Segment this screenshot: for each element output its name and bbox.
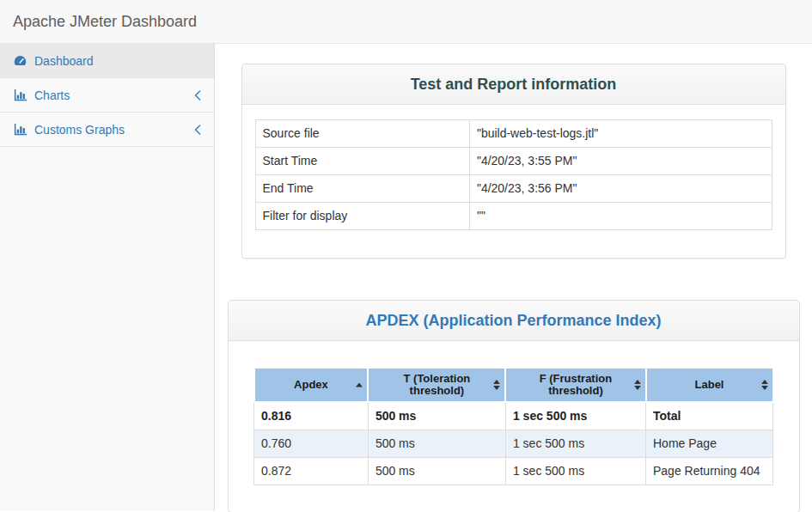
chevron-left-icon xyxy=(194,90,201,101)
info-label: End Time xyxy=(255,175,469,203)
info-label: Source file xyxy=(255,120,469,148)
column-header-label[interactable]: Label xyxy=(646,368,773,402)
sort-both-icon xyxy=(634,380,641,390)
table-row: 0.760 500 ms 1 sec 500 ms Home Page xyxy=(254,430,773,458)
toleration-value: 500 ms xyxy=(368,430,505,458)
apdex-value: 0.816 xyxy=(254,402,369,430)
apdex-panel-body: Apdex T (Toleration threshold) F (Frustr… xyxy=(229,341,799,512)
info-value: "" xyxy=(469,203,772,230)
sort-both-icon xyxy=(761,380,768,390)
table-row: Source file "build-web-test-logs.jtl" xyxy=(255,120,772,148)
apdex-panel: APDEX (Application Performance Index) Ap… xyxy=(228,300,800,512)
table-row: 0.872 500 ms 1 sec 500 ms Page Returning… xyxy=(254,458,773,485)
top-navbar: Apache JMeter Dashboard xyxy=(0,0,812,44)
test-info-panel-title: Test and Report information xyxy=(255,76,772,93)
frustration-value: 1 sec 500 ms xyxy=(505,430,645,458)
info-label: Filter for display xyxy=(255,203,469,230)
bar-chart-icon xyxy=(13,124,27,136)
column-header-toleration[interactable]: T (Toleration threshold) xyxy=(368,368,505,402)
label-value: Home Page xyxy=(646,430,773,458)
sidebar-item-dashboard[interactable]: Dashboard xyxy=(0,44,214,78)
sidebar-item-label: Dashboard xyxy=(34,54,94,68)
sidebar: Dashboard Charts xyxy=(0,44,215,511)
table-row-total: 0.816 500 ms 1 sec 500 ms Total xyxy=(254,402,773,430)
sidebar-item-label: Customs Graphs xyxy=(34,123,125,137)
toleration-value: 500 ms xyxy=(368,402,505,430)
apdex-header-row: Apdex T (Toleration threshold) F (Frustr… xyxy=(254,368,773,402)
info-value: "4/20/23, 3:56 PM" xyxy=(469,175,772,203)
test-info-panel: Test and Report information Source file … xyxy=(241,64,786,259)
column-header-frustration[interactable]: F (Frustration threshold) xyxy=(505,368,645,402)
label-value: Page Returning 404 xyxy=(646,458,773,485)
bar-chart-icon xyxy=(13,89,27,101)
apdex-value: 0.872 xyxy=(254,458,369,485)
frustration-value: 1 sec 500 ms xyxy=(505,458,645,485)
table-row: Filter for display "" xyxy=(255,203,772,230)
label-value: Total xyxy=(646,402,773,430)
app-title[interactable]: Apache JMeter Dashboard xyxy=(13,13,197,31)
info-value: "4/20/23, 3:55 PM" xyxy=(469,148,772,175)
column-header-apdex[interactable]: Apdex xyxy=(254,368,369,402)
table-row: Start Time "4/20/23, 3:55 PM" xyxy=(255,148,772,175)
tachometer-icon xyxy=(13,55,27,66)
sidebar-item-customs-graphs[interactable]: Customs Graphs xyxy=(0,113,214,147)
sidebar-item-label: Charts xyxy=(34,88,70,102)
chevron-left-icon xyxy=(194,125,201,135)
apdex-panel-heading: APDEX (Application Performance Index) xyxy=(229,301,799,341)
test-info-panel-heading: Test and Report information xyxy=(242,64,785,105)
test-info-panel-body: Source file "build-web-test-logs.jtl" St… xyxy=(242,105,785,258)
apdex-table: Apdex T (Toleration threshold) F (Frustr… xyxy=(253,367,774,485)
apdex-panel-title: APDEX (Application Performance Index) xyxy=(241,312,786,329)
table-row: End Time "4/20/23, 3:56 PM" xyxy=(255,175,772,203)
frustration-value: 1 sec 500 ms xyxy=(505,402,645,430)
sidebar-item-charts[interactable]: Charts xyxy=(0,78,214,113)
sort-asc-icon xyxy=(356,383,363,387)
sort-both-icon xyxy=(493,380,500,390)
test-info-table: Source file "build-web-test-logs.jtl" St… xyxy=(255,119,772,230)
info-value: "build-web-test-logs.jtl" xyxy=(469,120,772,148)
apdex-value: 0.760 xyxy=(254,430,369,458)
info-label: Start Time xyxy=(255,148,469,175)
toleration-value: 500 ms xyxy=(368,458,505,485)
main-content: Test and Report information Source file … xyxy=(215,44,812,511)
